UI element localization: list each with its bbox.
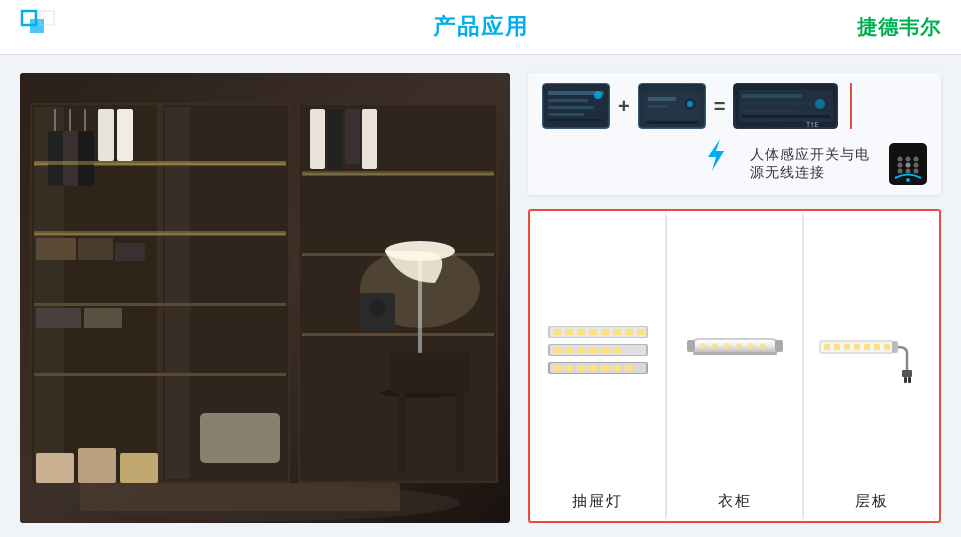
svg-rect-92 (577, 329, 585, 335)
svg-rect-108 (553, 365, 561, 371)
svg-rect-12 (34, 303, 286, 306)
svg-rect-97 (637, 329, 645, 335)
svg-rect-123 (687, 340, 695, 352)
svg-point-120 (736, 343, 742, 349)
svg-rect-26 (84, 308, 122, 328)
svg-rect-44 (398, 393, 406, 473)
svg-rect-56 (548, 99, 588, 102)
svg-rect-100 (553, 347, 561, 353)
svg-point-87 (906, 178, 910, 182)
drawer-light-visual (536, 221, 659, 484)
svg-rect-33 (328, 109, 343, 169)
svg-rect-138 (908, 377, 911, 383)
svg-rect-41 (120, 453, 158, 483)
svg-rect-104 (601, 347, 609, 353)
svg-rect-71 (742, 102, 812, 105)
svg-rect-113 (613, 365, 621, 371)
svg-point-59 (594, 91, 602, 99)
svg-point-119 (724, 343, 730, 349)
svg-rect-74 (742, 115, 830, 118)
svg-rect-105 (613, 347, 621, 353)
lightning-icon (702, 137, 730, 173)
svg-rect-40 (78, 448, 116, 483)
svg-rect-90 (553, 329, 561, 335)
svg-rect-114 (625, 365, 633, 371)
svg-rect-21 (117, 109, 133, 161)
svg-rect-45 (456, 393, 464, 473)
svg-rect-60 (548, 119, 604, 121)
main-content: + = (0, 55, 961, 537)
wireless-module-device (638, 83, 706, 129)
svg-rect-94 (601, 329, 609, 335)
svg-rect-96 (625, 329, 633, 335)
svg-rect-18 (63, 131, 79, 186)
svg-point-121 (748, 343, 754, 349)
svg-rect-95 (613, 329, 621, 335)
svg-rect-34 (345, 109, 360, 164)
wireless-description-text: 人体感应开关与电源无线连接 (750, 146, 875, 182)
svg-point-82 (906, 163, 911, 168)
wardrobe-bar-image (685, 318, 785, 388)
svg-rect-102 (577, 347, 585, 353)
svg-rect-131 (854, 344, 860, 350)
svg-rect-23 (78, 238, 113, 260)
svg-rect-63 (648, 97, 676, 101)
svg-rect-64 (648, 105, 668, 108)
svg-point-86 (914, 169, 919, 174)
svg-rect-129 (834, 344, 840, 350)
svg-rect-32 (310, 109, 325, 169)
svg-point-78 (898, 157, 903, 162)
svg-rect-13 (34, 373, 286, 376)
logo-area (20, 9, 56, 45)
svg-rect-39 (36, 453, 74, 483)
equation-row: + = (542, 83, 927, 129)
svg-rect-124 (775, 340, 783, 352)
plus-symbol: + (618, 95, 630, 118)
svg-point-85 (906, 169, 911, 174)
svg-point-83 (914, 163, 919, 168)
drawer-light-image (543, 318, 653, 388)
svg-rect-103 (589, 347, 597, 353)
shelf-label: 层板 (855, 492, 889, 511)
red-line-divider (850, 83, 852, 129)
svg-rect-101 (565, 347, 573, 353)
wardrobe-photo (20, 73, 510, 523)
svg-rect-58 (548, 113, 584, 116)
sensor-row: 人体感应开关与电源无线连接 (750, 143, 927, 185)
svg-rect-137 (904, 377, 907, 383)
svg-point-118 (712, 343, 718, 349)
svg-rect-110 (577, 365, 585, 371)
svg-point-80 (914, 157, 919, 162)
svg-point-53 (369, 300, 385, 316)
svg-rect-134 (884, 344, 890, 350)
svg-rect-93 (589, 329, 597, 335)
svg-rect-22 (36, 238, 76, 260)
svg-rect-51 (200, 413, 280, 463)
svg-rect-38 (302, 171, 494, 175)
svg-rect-37 (34, 231, 286, 235)
page-title: 产品应用 (433, 12, 529, 42)
drawer-light-product: 抽屉灯 (530, 211, 666, 521)
svg-rect-109 (565, 365, 573, 371)
svg-point-117 (700, 343, 706, 349)
svg-marker-76 (708, 139, 724, 171)
svg-rect-112 (601, 365, 609, 371)
logo-icon (20, 9, 56, 45)
svg-rect-24 (115, 243, 145, 261)
svg-rect-57 (548, 106, 594, 109)
svg-rect-25 (36, 308, 81, 328)
svg-rect-132 (864, 344, 870, 350)
svg-rect-99 (550, 345, 646, 355)
svg-rect-136 (902, 370, 912, 377)
svg-rect-135 (892, 341, 898, 353)
equals-symbol: = (714, 95, 726, 118)
wardrobe-visual (673, 221, 796, 484)
svg-point-122 (760, 343, 766, 349)
svg-rect-1 (30, 19, 44, 33)
svg-rect-67 (646, 121, 698, 124)
svg-rect-111 (589, 365, 597, 371)
controller-device (542, 83, 610, 129)
svg-point-73 (815, 99, 825, 109)
svg-rect-17 (48, 131, 64, 186)
shelf-visual (810, 221, 933, 484)
